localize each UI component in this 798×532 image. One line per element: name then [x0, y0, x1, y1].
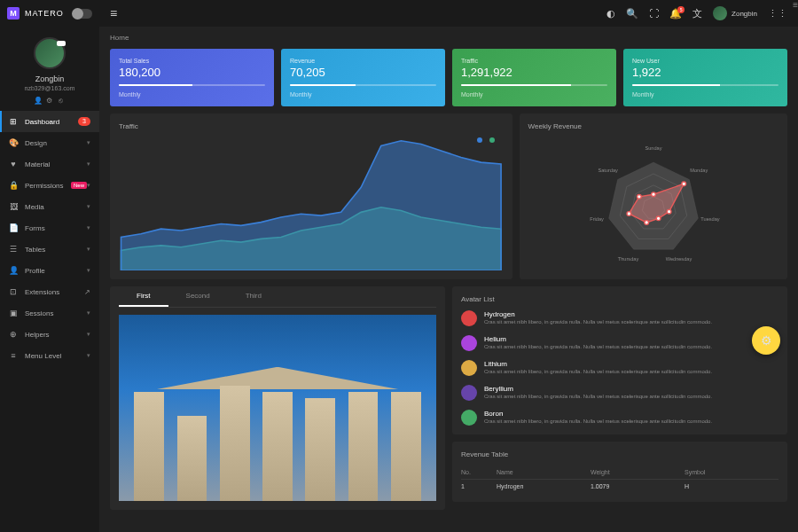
svg-point-12 — [651, 192, 655, 197]
sidebar-item-dashboard[interactable]: ⊞Dashboard3 — [0, 111, 99, 132]
search-icon[interactable]: 🔍 — [626, 8, 638, 20]
fullscreen-icon[interactable]: ⛶ — [649, 8, 659, 19]
new-badge: New — [71, 182, 87, 189]
legend-dot-b — [489, 137, 495, 143]
nav-icon: ▣ — [9, 309, 18, 317]
nav-icon: ≡ — [9, 351, 18, 360]
avatar-icon — [461, 310, 477, 326]
chevron-down-icon: ▾ — [87, 352, 90, 359]
fab-settings[interactable]: ⚙ — [752, 326, 780, 355]
th: No. — [461, 469, 497, 475]
profile-actions: 👤 ⚙ ⎋ — [34, 97, 66, 104]
menu-icon[interactable]: ≡ — [110, 6, 117, 20]
nav-label: Helpers — [25, 331, 87, 339]
brand-bar: M MATERO — [0, 0, 99, 27]
list-item[interactable]: BerylliumCras sit amet nibh libero, in g… — [461, 385, 778, 401]
revenue-table-card: Revenue Table No.NameWeightSymbol 1Hydro… — [452, 442, 787, 502]
nav-icon: 🖼 — [9, 202, 18, 211]
item-desc: Cras sit amet nibh libero, in gravida nu… — [484, 369, 712, 374]
nav-label: Menu Level — [25, 352, 87, 360]
profile-email: nzb329@163.com — [25, 85, 75, 91]
chevron-down-icon: ▾ — [87, 182, 90, 189]
sidebar-item-extensions[interactable]: ⊡Extensions↗ — [0, 281, 99, 302]
svg-text:Friday: Friday — [590, 216, 604, 222]
stat-period: Monthly — [119, 91, 265, 98]
tab-first[interactable]: First — [119, 286, 168, 307]
more-icon[interactable]: ⋮⋮ — [768, 8, 787, 20]
avatar-list: HydrogenCras sit amet nibh libero, in gr… — [461, 310, 778, 426]
tab-third[interactable]: Third — [228, 286, 279, 307]
stat-label: Traffic — [461, 58, 607, 64]
sidebar-item-design[interactable]: 🎨Design▾ — [0, 132, 99, 153]
nav-icon: 👤 — [9, 266, 18, 275]
table-title: Revenue Table — [461, 450, 778, 458]
th: Name — [497, 469, 591, 475]
gear-icon: ⚙ — [761, 333, 772, 348]
list-item[interactable]: BoronCras sit amet nibh libero, in gravi… — [461, 410, 778, 426]
weekly-title: Weekly Revenue — [528, 122, 778, 130]
avatar-icon — [461, 410, 477, 426]
sidebar-item-material[interactable]: ♥Material▾ — [0, 153, 99, 175]
main: ≡ ◐ 🔍 ⛶ 🔔5 文 Zongbin ⋮⋮ Home Total Sales… — [99, 0, 798, 532]
avatar-list-title: Avatar List — [461, 295, 778, 303]
stat-card-3: New User1,922Monthly — [623, 49, 787, 106]
svg-point-17 — [627, 212, 631, 216]
svg-point-13 — [682, 182, 686, 186]
svg-point-15 — [656, 216, 661, 221]
external-icon: ↗ — [84, 288, 90, 296]
stat-label: New User — [632, 58, 778, 64]
translate-icon[interactable]: 文 — [692, 7, 702, 20]
avatar-icon — [461, 335, 477, 351]
nav-label: Tables — [25, 246, 87, 254]
sidebar-item-media[interactable]: 🖼Media▾ — [0, 196, 99, 217]
svg-point-18 — [637, 194, 641, 199]
stat-period: Monthly — [461, 91, 607, 98]
user-chip[interactable]: Zongbin — [713, 6, 757, 20]
traffic-card: Traffic — [110, 113, 512, 279]
list-item[interactable]: HeliumCras sit amet nibh libero, in grav… — [461, 335, 778, 351]
list-item[interactable]: HydrogenCras sit amet nibh libero, in gr… — [461, 310, 778, 326]
chevron-down-icon: ▾ — [87, 267, 90, 274]
avatar-icon — [461, 385, 477, 401]
profile-name: Zongbin — [35, 74, 65, 83]
topbar-username: Zongbin — [732, 10, 757, 18]
github-icon[interactable]: ◐ — [606, 8, 615, 20]
stat-card-1: Revenue70,205Monthly — [281, 49, 445, 106]
profile-icon-settings[interactable]: ⚙ — [46, 97, 53, 104]
notifications-icon[interactable]: 🔔5 — [669, 8, 682, 20]
nav-label: Design — [25, 139, 87, 147]
sidebar: M MATERO Zongbin nzb329@163.com 👤 ⚙ ⎋ ⊞D… — [0, 0, 99, 532]
svg-text:Saturday: Saturday — [598, 168, 618, 173]
table-row[interactable]: 1Hydrogen1.0079H — [461, 480, 778, 493]
stat-period: Monthly — [632, 91, 778, 98]
item-name: Lithium — [484, 360, 712, 368]
sidebar-item-profile[interactable]: 👤Profile▾ — [0, 260, 99, 281]
stat-value: 1,922 — [632, 66, 778, 79]
stat-label: Revenue — [290, 58, 436, 64]
sidebar-item-sessions[interactable]: ▣Sessions▾ — [0, 302, 99, 324]
avatar[interactable] — [34, 37, 66, 69]
weekly-card: Weekly Revenue ≡ SundayMondayTuesdayWedn… — [520, 113, 787, 279]
stat-bar — [119, 84, 265, 86]
avatar-list-card: Avatar List HydrogenCras sit amet nibh l… — [452, 286, 787, 434]
nav-icon: ⊞ — [9, 117, 18, 126]
sidebar-item-helpers[interactable]: ⊕Helpers▾ — [0, 324, 99, 345]
sidebar-toggle[interactable] — [73, 9, 92, 19]
sidebar-item-permissions[interactable]: 🔒PermissionsNew▾ — [0, 175, 99, 196]
sidebar-item-menu-level[interactable]: ≡Menu Level▾ — [0, 345, 99, 366]
table-body: 1Hydrogen1.0079H — [461, 480, 778, 493]
profile-icon-logout[interactable]: ⎋ — [59, 97, 66, 104]
item-desc: Cras sit amet nibh libero, in gravida nu… — [484, 394, 712, 399]
svg-text:Sunday: Sunday — [645, 145, 661, 151]
sidebar-item-forms[interactable]: 📄Forms▾ — [0, 217, 99, 239]
stat-bar — [632, 84, 778, 86]
nav-icon: 🔒 — [9, 181, 18, 190]
chevron-down-icon: ▾ — [87, 246, 90, 253]
sidebar-item-tables[interactable]: ☰Tables▾ — [0, 239, 99, 260]
tab-second[interactable]: Second — [168, 286, 228, 307]
stat-bar — [461, 84, 607, 86]
profile-icon-user[interactable]: 👤 — [34, 97, 41, 104]
stat-period: Monthly — [290, 91, 436, 98]
content: Home Total Sales180,200MonthlyRevenue70,… — [99, 27, 798, 532]
list-item[interactable]: LithiumCras sit amet nibh libero, in gra… — [461, 360, 778, 376]
